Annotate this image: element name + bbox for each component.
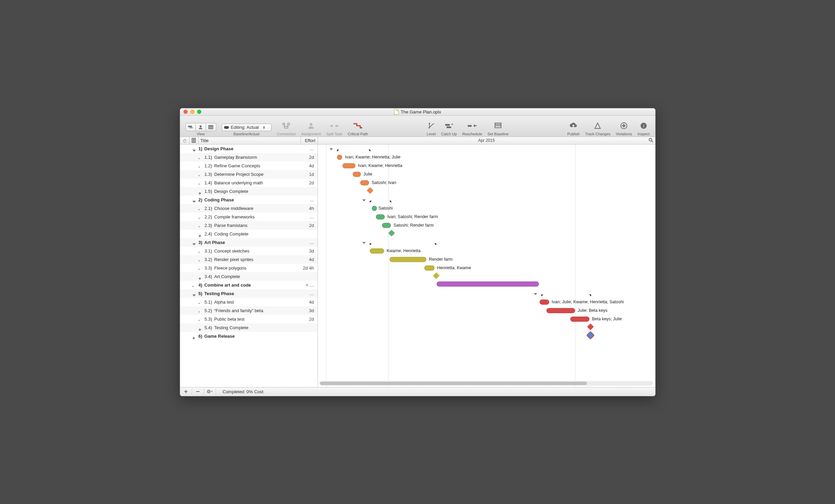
window-title: The Game Plan.oplx	[180, 109, 655, 114]
gantt-chart[interactable]: Ivan; Kwame; Henrietta; JulieIvan; Kwame…	[318, 144, 655, 387]
search-icon[interactable]	[648, 138, 653, 143]
remove-button[interactable]	[194, 388, 202, 395]
gantt-disclosure-icon[interactable]	[534, 293, 537, 295]
task-bullet-icon: •	[199, 267, 200, 272]
row-number: 3.1)	[205, 248, 212, 254]
connection-button[interactable]: Connection	[274, 116, 299, 137]
svg-marker-30	[595, 123, 600, 128]
task-bullet-icon: •	[192, 284, 194, 289]
task-row[interactable]: ◆5.4)Testing Complete	[180, 323, 318, 332]
task-row[interactable]: •4)Combine art and code< …	[180, 281, 318, 289]
row-title: Design Phase	[204, 146, 298, 151]
catch-up-button[interactable]: Catch Up	[438, 116, 459, 137]
gantt-group-bar[interactable]	[541, 291, 591, 295]
task-row[interactable]: ◆1.5)Design Complete	[180, 187, 318, 196]
gantt-horizontal-scrollbar[interactable]	[319, 381, 653, 386]
task-row[interactable]: •3.2)Render pixel sprites4d	[180, 255, 318, 264]
gantt-task-dot[interactable]	[372, 206, 377, 211]
gantt-group-bar[interactable]	[370, 197, 391, 201]
gantt-task-bar[interactable]	[570, 317, 589, 322]
milestone-bullet-icon: ◆	[192, 336, 195, 340]
track-changes-button[interactable]: Track Changes	[582, 116, 613, 137]
task-outline[interactable]: 1)Design Phase…•1.1)Gameplay Brainstorm2…	[180, 144, 318, 387]
task-row[interactable]: •5.1)Alpha test4d	[180, 298, 318, 306]
row-title: Refine Game Concepts	[214, 163, 298, 168]
task-row[interactable]: 2)Coding Phase…	[180, 196, 318, 204]
task-row[interactable]: ◆6)Game Release	[180, 332, 318, 340]
gantt-disclosure-icon[interactable]	[362, 199, 366, 201]
status-text: Completed: 0% Cost:	[223, 389, 265, 394]
row-number: 2.3)	[205, 223, 212, 228]
disclosure-triangle-icon[interactable]	[192, 201, 196, 203]
timeline-header[interactable]: Apr 2015	[318, 137, 655, 144]
split-task-button[interactable]: Split Task	[324, 116, 345, 137]
gantt-group-bar[interactable]	[337, 146, 370, 150]
gantt-disclosure-icon[interactable]	[329, 148, 333, 150]
task-row[interactable]: •2.1)Choose middleware4h	[180, 204, 318, 213]
svg-rect-19	[445, 124, 450, 126]
gantt-task-bar[interactable]	[390, 257, 426, 262]
task-row[interactable]: ◆2.4)Coding Complete	[180, 230, 318, 238]
task-row[interactable]: ◆3.4)Art Complete	[180, 272, 318, 281]
view-resource-button[interactable]	[196, 123, 206, 131]
row-number: 5.1)	[205, 300, 212, 305]
gantt-task-bar[interactable]	[540, 300, 549, 305]
gantt-disclosure-icon[interactable]	[362, 242, 366, 244]
row-title: Determine Project Scope	[214, 172, 298, 177]
task-row[interactable]: •1.4)Balance underlying math2d	[180, 179, 318, 187]
gantt-task-bar[interactable]	[424, 265, 435, 271]
task-row[interactable]: •3.1)Concept sketches3d	[180, 247, 318, 255]
row-number: 1.3)	[205, 172, 212, 177]
violations-button[interactable]: Violations	[613, 116, 635, 137]
assignment-button[interactable]: Assignment	[298, 116, 323, 137]
gantt-task-bar[interactable]	[376, 214, 385, 219]
task-row[interactable]: •1.3)Determine Project Scope1d	[180, 170, 318, 179]
task-row[interactable]: 3)Art Phase…	[180, 238, 318, 247]
titlebar[interactable]: The Game Plan.oplx	[180, 108, 655, 116]
level-button[interactable]: Level	[424, 116, 438, 137]
row-number: 2.2)	[205, 214, 212, 219]
gantt-group-bar[interactable]	[370, 240, 436, 244]
task-row[interactable]: 1)Design Phase…	[180, 144, 318, 153]
gantt-task-bar[interactable]	[342, 163, 355, 168]
publish-button[interactable]: Publish	[565, 116, 582, 137]
disclosure-triangle-icon[interactable]	[192, 150, 196, 152]
gantt-task-bar[interactable]	[437, 281, 539, 287]
set-baseline-button[interactable]: Set Baseline	[485, 116, 511, 137]
view-calendar-button[interactable]	[206, 123, 216, 131]
disclosure-triangle-icon[interactable]	[192, 243, 196, 245]
inspect-button[interactable]: i Inspect	[635, 116, 652, 137]
baseline-group: Editing: Actual ▲▼ Baseline/Actual	[219, 116, 274, 137]
row-effort: 2d	[298, 317, 318, 322]
view-gantt-button[interactable]	[186, 123, 196, 131]
task-row[interactable]: •5.2)“Friends and family” beta3d	[180, 306, 318, 315]
gantt-task-bar[interactable]	[360, 180, 369, 185]
grab-column-icon[interactable]	[180, 137, 190, 144]
row-title: Game Release	[204, 334, 298, 339]
task-row[interactable]: 5)Testing Phase…	[180, 289, 318, 298]
reschedule-button[interactable]: Reschedule	[459, 116, 485, 137]
task-row[interactable]: •1.2)Refine Game Concepts4d	[180, 162, 318, 170]
add-button[interactable]	[182, 388, 190, 395]
task-row[interactable]: •2.2)Compile frameworks…	[180, 213, 318, 221]
svg-point-46	[208, 391, 209, 392]
editing-mode-dropdown[interactable]: Editing: Actual ▲▼	[222, 124, 272, 131]
gantt-task-bar[interactable]	[382, 223, 391, 228]
title-column-header[interactable]: Title	[199, 137, 301, 144]
gantt-task-bar[interactable]	[546, 308, 575, 313]
gantt-task-dot[interactable]	[337, 155, 342, 160]
task-row[interactable]: •5.3)Public beta test2d	[180, 315, 318, 323]
task-row[interactable]: •3.3)Fleece polygons2d 4h	[180, 264, 318, 272]
task-row[interactable]: •1.1)Gameplay Brainstorm2d	[180, 153, 318, 162]
effort-column-header[interactable]: Effort	[301, 137, 318, 144]
action-menu-button[interactable]	[206, 388, 214, 395]
task-row[interactable]: •2.3)Parse framistans2d	[180, 221, 318, 230]
svg-marker-21	[451, 123, 453, 125]
scrollbar-thumb[interactable]	[320, 382, 587, 385]
gantt-task-bar[interactable]	[353, 172, 361, 177]
critical-path-button[interactable]: Critical Path	[345, 116, 371, 137]
notes-column-icon[interactable]	[190, 137, 199, 144]
svg-marker-15	[361, 127, 362, 129]
disclosure-triangle-icon[interactable]	[192, 294, 196, 296]
gantt-task-bar[interactable]	[370, 248, 384, 254]
